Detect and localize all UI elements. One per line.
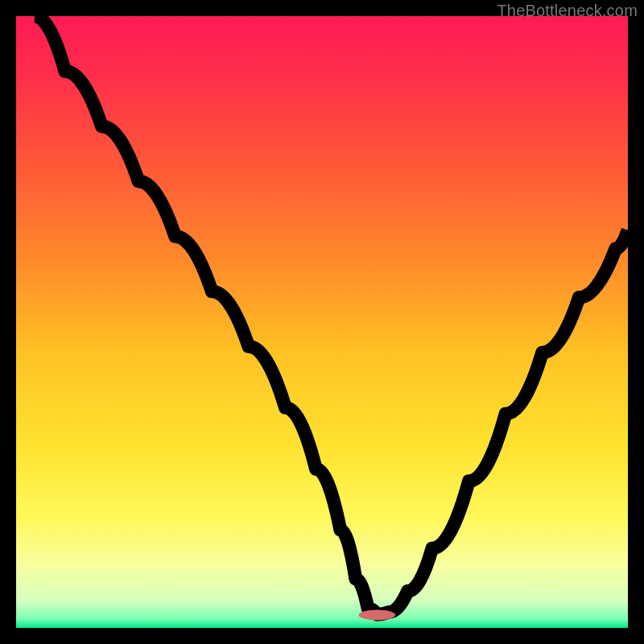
gradient-background — [16, 16, 628, 628]
bottleneck-chart — [16, 16, 628, 628]
optimal-point-marker — [359, 610, 396, 621]
watermark-text: TheBottleneck.com — [497, 2, 638, 20]
